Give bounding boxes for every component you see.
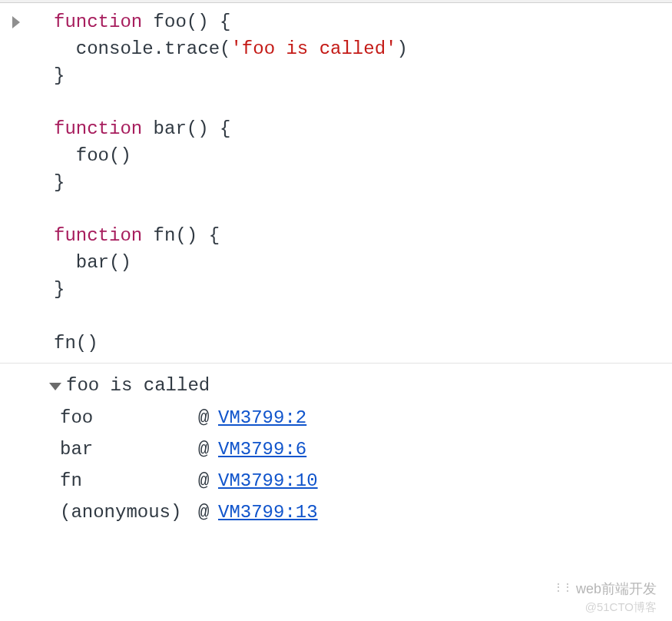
stack-frame: bar @ VM3799:6 [60, 433, 318, 465]
trace-body: foo is called foo @ VM3799:2 bar @ VM379… [32, 370, 318, 528]
wechat-icon: ⋮⋮ [553, 581, 571, 593]
frame-source-link[interactable]: VM3799:13 [218, 496, 318, 528]
trace-title: foo is called [66, 370, 210, 401]
stack-frame: (anonymous) @ VM3799:13 [60, 496, 318, 528]
chevron-right-icon [12, 16, 20, 28]
frame-function: foo [60, 402, 198, 433]
code-text: } [54, 65, 65, 86]
output-gutter [0, 370, 32, 528]
keyword: function [54, 118, 142, 139]
code-text: console.trace( [54, 38, 230, 59]
at-symbol: @ [198, 496, 218, 528]
console-trace-row: foo is called foo @ VM3799:2 bar @ VM379… [0, 364, 672, 542]
watermark-sub: @51CTO博客 [585, 600, 657, 615]
code-text: } [54, 172, 65, 193]
trace-header[interactable]: foo is called [49, 370, 318, 401]
watermark-text: web前端开发 [576, 579, 657, 598]
frame-function: fn [60, 465, 198, 496]
disclosure-triangle-icon[interactable] [49, 383, 61, 390]
code-block[interactable]: function foo() { console.trace('foo is c… [32, 9, 408, 357]
code-text: bar() [54, 252, 131, 273]
frame-function: (anonymous) [60, 496, 198, 528]
at-symbol: @ [198, 433, 218, 465]
frame-source-link[interactable]: VM3799:10 [218, 465, 318, 496]
keyword: function [54, 225, 142, 246]
code-text: ) [396, 38, 407, 59]
code-text: foo() [54, 145, 131, 166]
code-text: bar() { [142, 118, 230, 139]
stack-frame: foo @ VM3799:2 [60, 402, 318, 433]
frame-source-link[interactable]: VM3799:2 [218, 402, 306, 433]
frame-source-link[interactable]: VM3799:6 [218, 433, 306, 465]
code-text: fn() [54, 333, 98, 354]
at-symbol: @ [198, 465, 218, 496]
keyword: function [54, 12, 142, 32]
console-input-row: function foo() { console.trace('foo is c… [0, 3, 672, 364]
at-symbol: @ [198, 402, 218, 433]
string-literal: 'foo is called' [230, 38, 396, 59]
input-gutter [0, 9, 32, 357]
frame-function: bar [60, 433, 198, 465]
code-text: foo() { [142, 12, 230, 32]
stack-trace-table: foo @ VM3799:2 bar @ VM3799:6 fn @ VM379… [60, 402, 318, 529]
watermark-main: ⋮⋮ web前端开发 [553, 579, 657, 598]
code-text: fn() { [142, 225, 220, 246]
code-text: } [54, 279, 65, 300]
stack-frame: fn @ VM3799:10 [60, 465, 318, 496]
